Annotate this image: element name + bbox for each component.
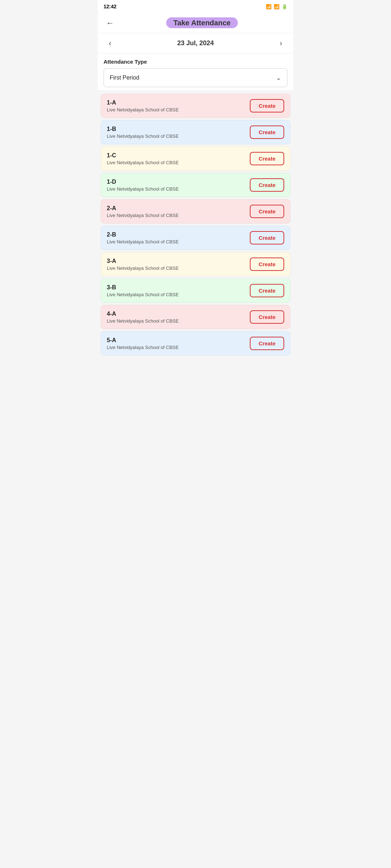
- prev-date-button[interactable]: ‹: [104, 37, 117, 50]
- status-time: 12:42: [104, 4, 117, 9]
- battery-icon: 🔋: [282, 4, 287, 9]
- create-attendance-button[interactable]: Create: [250, 258, 284, 271]
- class-school: Live Netvidyalaya School of CBSE: [107, 107, 179, 112]
- class-info: 1-ALive Netvidyalaya School of CBSE: [107, 99, 179, 112]
- attendance-type-dropdown[interactable]: First Period ⌄: [104, 68, 287, 87]
- class-info: 1-DLive Netvidyalaya School of CBSE: [107, 179, 179, 192]
- class-item: 3-BLive Netvidyalaya School of CBSECreat…: [101, 278, 290, 303]
- next-date-button[interactable]: ›: [274, 37, 287, 50]
- create-attendance-button[interactable]: Create: [250, 310, 284, 324]
- create-attendance-button[interactable]: Create: [250, 205, 284, 218]
- class-school: Live Netvidyalaya School of CBSE: [107, 318, 179, 324]
- class-item: 2-ALive Netvidyalaya School of CBSECreat…: [101, 199, 290, 224]
- class-name: 4-A: [107, 311, 179, 317]
- class-info: 1-CLive Netvidyalaya School of CBSE: [107, 152, 179, 165]
- class-name: 2-A: [107, 205, 179, 212]
- class-item: 1-BLive Netvidyalaya School of CBSECreat…: [101, 120, 290, 144]
- class-name: 1-C: [107, 152, 179, 159]
- status-icons: 📶 📶 🔋: [266, 4, 287, 9]
- attendance-type-label: Attendance Type: [104, 59, 287, 65]
- class-item: 1-CLive Netvidyalaya School of CBSECreat…: [101, 146, 290, 171]
- next-arrow-icon: ›: [279, 39, 282, 48]
- class-school: Live Netvidyalaya School of CBSE: [107, 213, 179, 218]
- prev-arrow-icon: ‹: [109, 39, 111, 48]
- class-item: 1-DLive Netvidyalaya School of CBSECreat…: [101, 173, 290, 197]
- class-info: 1-BLive Netvidyalaya School of CBSE: [107, 126, 179, 139]
- class-name: 1-D: [107, 179, 179, 185]
- class-info: 3-ALive Netvidyalaya School of CBSE: [107, 258, 179, 271]
- create-attendance-button[interactable]: Create: [250, 337, 284, 350]
- attendance-type-section: Attendance Type First Period ⌄: [98, 54, 293, 90]
- class-name: 5-A: [107, 337, 179, 344]
- header: ← Take Attendance: [98, 13, 293, 33]
- status-bar: 12:42 📶 📶 🔋: [98, 0, 293, 13]
- dropdown-selected-value: First Period: [110, 75, 139, 81]
- class-info: 2-BLive Netvidyalaya School of CBSE: [107, 231, 179, 244]
- wifi-icon: 📶: [266, 4, 272, 9]
- date-navigator: ‹ 23 Jul, 2024 ›: [98, 33, 293, 54]
- class-item: 3-ALive Netvidyalaya School of CBSECreat…: [101, 252, 290, 276]
- class-item: 5-ALive Netvidyalaya School of CBSECreat…: [101, 331, 290, 356]
- class-school: Live Netvidyalaya School of CBSE: [107, 186, 179, 192]
- class-school: Live Netvidyalaya School of CBSE: [107, 265, 179, 271]
- class-info: 3-BLive Netvidyalaya School of CBSE: [107, 284, 179, 297]
- current-date: 23 Jul, 2024: [177, 39, 214, 47]
- class-info: 5-ALive Netvidyalaya School of CBSE: [107, 337, 179, 350]
- back-button[interactable]: ←: [104, 17, 117, 30]
- chevron-down-icon: ⌄: [276, 74, 281, 82]
- back-arrow-icon: ←: [106, 18, 114, 28]
- class-school: Live Netvidyalaya School of CBSE: [107, 239, 179, 244]
- class-info: 2-ALive Netvidyalaya School of CBSE: [107, 205, 179, 218]
- create-attendance-button[interactable]: Create: [250, 125, 284, 139]
- class-name: 3-B: [107, 284, 179, 291]
- class-name: 2-B: [107, 231, 179, 238]
- class-school: Live Netvidyalaya School of CBSE: [107, 133, 179, 139]
- page-title: Take Attendance: [117, 19, 287, 27]
- class-item: 4-ALive Netvidyalaya School of CBSECreat…: [101, 305, 290, 329]
- class-info: 4-ALive Netvidyalaya School of CBSE: [107, 311, 179, 324]
- class-school: Live Netvidyalaya School of CBSE: [107, 292, 179, 297]
- class-item: 2-BLive Netvidyalaya School of CBSECreat…: [101, 226, 290, 250]
- create-attendance-button[interactable]: Create: [250, 152, 284, 165]
- class-list: 1-ALive Netvidyalaya School of CBSECreat…: [98, 90, 293, 359]
- class-school: Live Netvidyalaya School of CBSE: [107, 345, 179, 350]
- create-attendance-button[interactable]: Create: [250, 284, 284, 297]
- class-name: 3-A: [107, 258, 179, 264]
- class-school: Live Netvidyalaya School of CBSE: [107, 160, 179, 165]
- signal-icon: 📶: [274, 4, 279, 9]
- create-attendance-button[interactable]: Create: [250, 178, 284, 192]
- create-attendance-button[interactable]: Create: [250, 99, 284, 112]
- class-item: 1-ALive Netvidyalaya School of CBSECreat…: [101, 94, 290, 118]
- class-name: 1-B: [107, 126, 179, 132]
- class-name: 1-A: [107, 99, 179, 106]
- create-attendance-button[interactable]: Create: [250, 231, 284, 244]
